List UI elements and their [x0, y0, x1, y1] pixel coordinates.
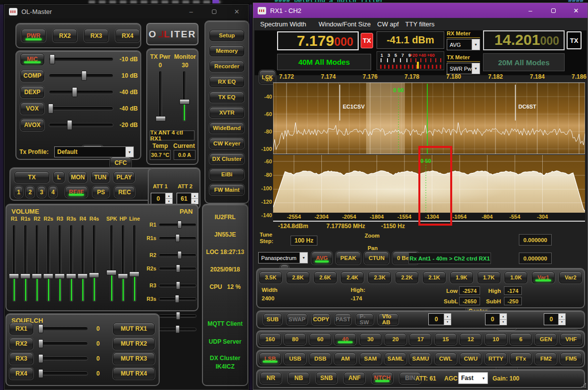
band-30-button[interactable]: 30 — [360, 333, 382, 345]
band-10-button[interactable]: 10 — [485, 333, 507, 345]
ris-stepper[interactable]: 0▲▼ — [485, 313, 507, 325]
display-mode-select[interactable]: Panaspectrum▼ — [258, 252, 308, 263]
mode-cwu-button[interactable]: CWU — [460, 353, 482, 365]
dsp-snb-button[interactable]: SNB — [316, 372, 337, 384]
rit-up-icon[interactable]: ▲ — [444, 314, 451, 319]
chevron-down-icon[interactable]: ▼ — [299, 253, 307, 263]
att2-up-icon[interactable]: ▲ — [192, 193, 198, 198]
pan-r1s-row[interactable]: R1s — [143, 234, 197, 242]
menu-cw-keyer-button[interactable]: CW Keyer — [209, 138, 244, 149]
pana-peak-button[interactable]: PEAK — [336, 252, 361, 264]
vfo-b-tx-button[interactable]: TX — [567, 31, 582, 49]
mute-rx2-button[interactable]: MUT RX2 — [113, 338, 155, 350]
squelch-rx3-row[interactable]: RX30MUT RX3 — [9, 353, 155, 365]
monitor-fader[interactable] — [183, 71, 186, 122]
filter-2-6k-button[interactable]: 2.6K — [314, 271, 337, 283]
mute-rx1-button[interactable]: MUT RX1 — [113, 323, 155, 335]
squelch-rx3-button[interactable]: RX3 — [9, 353, 33, 365]
mute-rx4-button[interactable]: MUT RX4 — [113, 368, 155, 380]
dexp-row[interactable]: DEXP-40 dB — [20, 86, 138, 98]
filter-2-3k-button[interactable]: 2.3K — [368, 271, 391, 283]
pan-r1s-slider[interactable] — [159, 237, 196, 240]
txctl-mon-button[interactable]: MON — [69, 171, 87, 183]
txctl-ps-button[interactable]: PS — [93, 186, 109, 198]
rxsel-4-button[interactable]: 4 — [49, 186, 57, 198]
filter-1-9k-button[interactable]: 1.9K — [450, 271, 473, 283]
pan-r4-slider[interactable] — [159, 314, 196, 318]
vox-button[interactable]: VOX — [20, 103, 44, 115]
volume-r3s-fader[interactable] — [70, 225, 73, 302]
band-vhf-button[interactable]: VHF — [560, 333, 582, 345]
band-160-button[interactable]: 160 — [259, 333, 281, 345]
pan-r2s-row[interactable]: R2s — [143, 264, 197, 272]
pan-r3s-row[interactable]: R3s — [143, 295, 197, 303]
xit-stepper[interactable]: 0▲▼ — [544, 313, 566, 325]
volume-r2s[interactable]: R2s — [43, 216, 54, 305]
chevron-down-icon[interactable]: ▼ — [472, 63, 480, 74]
volume-hp-fader[interactable] — [121, 225, 125, 302]
volume-r2s-fader[interactable] — [47, 225, 50, 302]
volume-spk-fader[interactable] — [110, 225, 113, 302]
avox-slider[interactable] — [49, 123, 113, 127]
agc-select[interactable]: Fast▼ — [458, 372, 488, 384]
menu-setup-button[interactable]: Setup — [209, 30, 244, 41]
menu-eibi-button[interactable]: EiBi — [209, 169, 244, 180]
mode-fm2-button[interactable]: FM2 — [535, 353, 557, 365]
chevron-down-icon[interactable]: ▼ — [480, 373, 488, 384]
volume-hp[interactable]: HP — [117, 216, 129, 305]
squelch-rx2-button[interactable]: RX2 — [9, 338, 33, 350]
band-80-button[interactable]: 80 — [284, 333, 306, 345]
filter-3-5k-button[interactable]: 3.5K — [259, 271, 282, 283]
band-40-button[interactable]: 40 — [334, 333, 356, 345]
pana-avg-button[interactable]: AVG — [311, 252, 332, 264]
volume-r1s-fader[interactable] — [24, 225, 27, 302]
vfo-b-frequency[interactable]: 14.201000 — [483, 30, 565, 50]
band-20-button[interactable]: 20 — [385, 333, 406, 345]
volume-r4-fader[interactable] — [81, 225, 85, 302]
txctl-rf-if-button[interactable]: RF/IF — [65, 186, 88, 198]
rx-select-rx3-button[interactable]: RX3 — [84, 29, 108, 42]
txctl-l-button[interactable]: L — [53, 171, 65, 183]
dexp-slider[interactable] — [49, 90, 113, 94]
dsp-ntch-button[interactable]: NTCH — [372, 372, 393, 384]
mute-rx3-button[interactable]: MUT RX3 — [113, 353, 155, 365]
pan-r2s-slider[interactable] — [159, 267, 196, 270]
comp-button[interactable]: COMP — [20, 70, 44, 82]
cfc-button[interactable]: CFC — [110, 157, 131, 168]
dsp-anf-button[interactable]: ANF — [344, 372, 365, 384]
vfo-op-vfo-ab-button[interactable]: Vfo AB — [378, 313, 398, 325]
rx-maximize-button[interactable] — [542, 3, 565, 18]
menu-item-cw-apf[interactable]: CW apf — [377, 20, 398, 28]
rx-select-pwr-button[interactable]: PWR — [21, 29, 46, 42]
band-12-button[interactable]: 12 — [460, 333, 482, 345]
volume-r4[interactable]: R4 — [77, 216, 89, 305]
tx-pwr-fader[interactable] — [159, 71, 162, 122]
volume-r1-fader[interactable] — [12, 225, 16, 302]
menu-dx-cluster-button[interactable]: DX Cluster — [209, 153, 244, 164]
chevron-down-icon[interactable]: ▼ — [125, 147, 133, 157]
pan-r4s-slider[interactable] — [159, 328, 196, 331]
menu-fw-maint-button[interactable]: FW Maint — [209, 184, 244, 195]
band-17-button[interactable]: 17 — [409, 333, 431, 345]
volume-r1[interactable]: R1 — [8, 216, 20, 305]
filter-2-8k-button[interactable]: 2.8K — [287, 271, 309, 283]
band-60-button[interactable]: 60 — [309, 333, 331, 345]
dsp-nb-button[interactable]: NB — [288, 372, 309, 384]
volume-r1s[interactable]: R1s — [20, 216, 31, 305]
att1-down-icon[interactable]: ▼ — [166, 198, 172, 204]
squelch-rx2-row[interactable]: RX20MUT RX2 — [9, 338, 155, 350]
tx-meter-select[interactable]: SWR Pwr▼ — [447, 63, 480, 74]
pan-r2-slider[interactable] — [159, 254, 196, 257]
volume-r4s[interactable]: R4s — [89, 216, 100, 305]
avox-row[interactable]: AVOX-20 dB — [20, 119, 138, 131]
txctl-tx-button[interactable]: TX — [14, 171, 49, 183]
filter-2-4k-button[interactable]: 2.4K — [341, 271, 364, 283]
rx-title-bar[interactable]: RX1 - CH2 – ✕ — [253, 3, 588, 18]
vfo-a-frequency[interactable]: 7.179000 — [277, 31, 359, 50]
ris-down-icon[interactable]: ▼ — [500, 319, 506, 325]
mic-row[interactable]: MIC-10 dB — [20, 53, 138, 65]
vfo-op-sub-button[interactable]: SUB — [263, 313, 282, 325]
rit-stepper[interactable]: 0▲▼ — [428, 313, 451, 325]
ol-title-bar[interactable]: OL-Master – ✕ — [4, 4, 248, 18]
att2-stepper[interactable]: 61▲▼ — [177, 193, 198, 204]
